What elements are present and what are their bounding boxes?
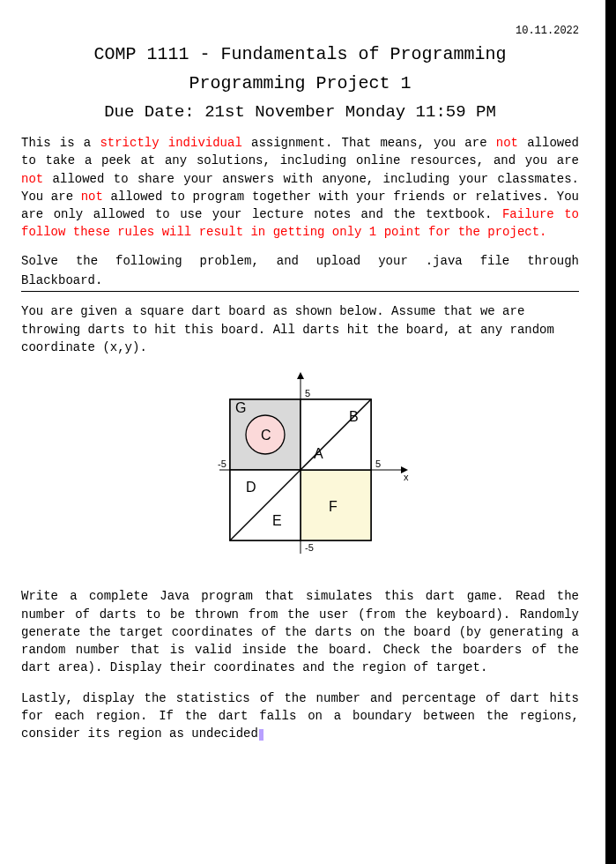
axis-neg5-bottom: -5 xyxy=(305,542,314,553)
label-d: D xyxy=(246,480,256,495)
label-b: B xyxy=(349,409,359,424)
text-cursor-icon xyxy=(259,729,263,741)
axis-neg5-left: -5 xyxy=(218,458,226,469)
intro-paragraph: This is a strictly individual assignment… xyxy=(21,134,579,242)
label-g: G xyxy=(235,400,246,415)
axis-x-label: x xyxy=(404,472,409,482)
due-date: Due Date: 21st November Monday 11:59 PM xyxy=(21,102,579,122)
section-divider xyxy=(21,291,579,292)
intro-red-3: not xyxy=(21,172,43,186)
label-f: F xyxy=(329,499,338,514)
course-title: COMP 1111 - Fundamentals of Programming xyxy=(21,44,579,64)
intro-red-4: not xyxy=(81,190,103,204)
task-paragraph-1: Write a complete Java program that simul… xyxy=(21,587,579,676)
dartboard-diagram: G C B A D E F -5 5 5 -5 x xyxy=(21,369,579,571)
axis-pos5-right: 5 xyxy=(375,458,381,469)
solve-instruction-line1: Solve the following problem, and upload … xyxy=(21,252,579,270)
task-paragraph-2-text: Lastly, display the statistics of the nu… xyxy=(21,691,579,741)
intro-red-1: strictly individual xyxy=(100,136,241,150)
page-right-border xyxy=(605,0,616,864)
intro-red-2: not xyxy=(496,136,518,150)
solve-instruction-line2: Blackboard. xyxy=(21,272,579,289)
axis-pos5-top: 5 xyxy=(305,388,310,398)
label-a: A xyxy=(314,446,323,461)
task-paragraph-2: Lastly, display the statistics of the nu… xyxy=(21,689,579,743)
svg-marker-1 xyxy=(297,372,304,379)
label-c: C xyxy=(261,428,271,443)
document-content: 10.11.2022 COMP 1111 - Fundamentals of P… xyxy=(0,0,605,773)
intro-text-5: allowed to program together with your fr… xyxy=(21,190,579,221)
project-title: Programming Project 1 xyxy=(21,73,579,93)
intro-text-1: This is a xyxy=(21,136,100,150)
dartboard-svg: G C B A D E F -5 5 5 -5 x xyxy=(177,369,424,571)
intro-text-2: assignment. That means, you are xyxy=(242,136,496,150)
label-e: E xyxy=(272,513,282,528)
problem-description-1: You are given a square dart board as sho… xyxy=(21,302,579,356)
document-date: 10.11.2022 xyxy=(21,25,579,37)
